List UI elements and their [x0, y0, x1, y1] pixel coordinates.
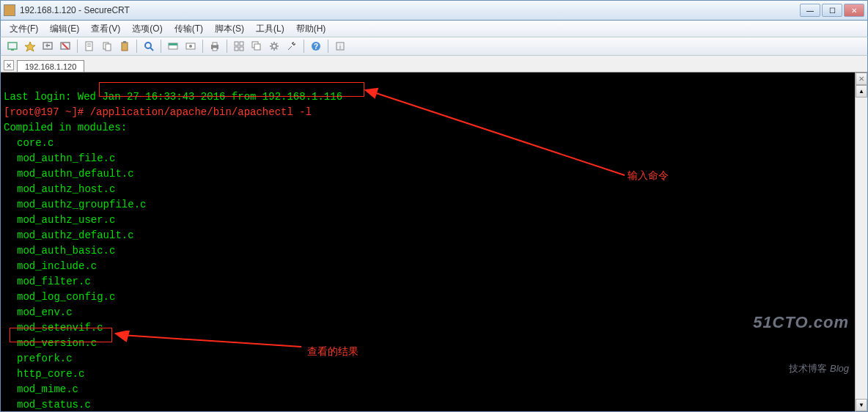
terminal-container: Last login: Wed Jan 27 16:33:43 2016 fro…: [0, 72, 868, 412]
svg-marker-33: [366, 89, 378, 98]
module-line: mod_authz_default.c: [4, 228, 852, 243]
terminal-login-line: Last login: Wed Jan 27 16:33:43 2016 fro…: [4, 91, 342, 103]
about-icon[interactable]: i: [333, 39, 347, 54]
module-line: mod_authz_host.c: [4, 182, 852, 197]
menu-edit[interactable]: 编辑(E): [45, 21, 84, 37]
scrollbar[interactable]: ✕ ▲ ▼: [855, 73, 867, 411]
disconnect-icon[interactable]: [58, 39, 73, 54]
close-button[interactable]: ✕: [844, 4, 864, 17]
copy-icon[interactable]: [100, 39, 114, 54]
terminal-compiled-header: Compiled in modules:: [4, 122, 127, 133]
panel-close-icon[interactable]: ✕: [856, 73, 867, 85]
cascade-icon[interactable]: [249, 39, 264, 54]
new-session-icon[interactable]: [82, 39, 97, 54]
svg-point-17: [189, 45, 192, 48]
svg-rect-10: [122, 43, 128, 51]
svg-rect-26: [254, 44, 260, 50]
svg-line-4: [62, 43, 68, 49]
svg-text:i: i: [339, 43, 341, 51]
menu-file[interactable]: 文件(F): [5, 21, 43, 37]
module-line: mod_auth_basic.c: [4, 243, 852, 259]
quick-connect-icon[interactable]: [23, 39, 37, 54]
module-line: mod_authn_file.c: [4, 151, 852, 166]
print-icon[interactable]: [207, 39, 222, 54]
svg-rect-11: [123, 41, 126, 43]
module-line: mod_authn_default.c: [4, 166, 852, 182]
settings-icon[interactable]: [267, 39, 282, 54]
menu-options[interactable]: 选项(O): [128, 21, 166, 37]
svg-rect-19: [213, 43, 217, 45]
menu-help[interactable]: 帮助(H): [292, 21, 331, 37]
svg-point-12: [145, 43, 151, 48]
svg-line-13: [150, 48, 153, 51]
module-line: mod_include.c: [4, 259, 852, 274]
svg-rect-21: [235, 42, 238, 45]
module-line: mod_version.c: [4, 336, 852, 351]
app-icon: [4, 4, 15, 16]
module-line: core.c: [4, 136, 852, 151]
menu-script[interactable]: 脚本(S): [210, 21, 249, 37]
tabbar: ✕ 192.168.1.120: [0, 56, 868, 72]
module-line: mod_status.c: [4, 397, 852, 411]
svg-rect-1: [11, 49, 14, 51]
svg-rect-20: [213, 48, 217, 51]
svg-rect-9: [106, 44, 111, 51]
reconnect-icon[interactable]: [40, 39, 55, 54]
connect-icon[interactable]: [5, 39, 20, 54]
scroll-track[interactable]: [856, 98, 867, 399]
tab-session[interactable]: 192.168.1.120: [17, 60, 84, 73]
svg-rect-0: [8, 43, 17, 49]
module-line: http_core.c: [4, 367, 852, 382]
svg-rect-23: [235, 47, 238, 51]
svg-point-27: [272, 44, 276, 48]
scroll-down-icon[interactable]: ▼: [856, 399, 867, 411]
tab-close-icon[interactable]: ✕: [4, 60, 14, 70]
menubar: 文件(F) 编辑(E) 查看(V) 选项(O) 传输(T) 脚本(S) 工具(L…: [0, 21, 868, 37]
menu-tools[interactable]: 工具(L): [251, 21, 289, 37]
window-titlebar: 192.168.1.120 - SecureCRT — ☐ ✕: [0, 0, 868, 21]
scroll-up-icon[interactable]: ▲: [856, 85, 867, 98]
tools-icon[interactable]: [284, 39, 299, 54]
svg-rect-24: [240, 47, 243, 51]
menu-view[interactable]: 查看(V): [87, 21, 125, 37]
terminal-prompt: [root@197 ~]#: [4, 106, 90, 118]
terminal-command: /application/apache/bin/apachectl -l: [90, 106, 312, 118]
module-line: mod_log_config.c: [4, 290, 852, 305]
terminal[interactable]: Last login: Wed Jan 27 16:33:43 2016 fro…: [1, 73, 855, 411]
maximize-button[interactable]: ☐: [822, 4, 842, 17]
module-line: mod_authz_user.c: [4, 213, 852, 228]
module-line: prefork.c: [4, 351, 852, 367]
toolbar: ? i: [0, 37, 868, 56]
svg-text:?: ?: [314, 43, 318, 51]
module-line: mod_env.c: [4, 305, 852, 320]
session-options-icon[interactable]: [166, 39, 180, 54]
menu-transfer[interactable]: 传输(T): [170, 21, 207, 37]
window-buttons: — ☐ ✕: [800, 4, 864, 17]
help-icon[interactable]: ?: [309, 39, 323, 54]
module-line: mod_mime.c: [4, 382, 852, 397]
global-options-icon[interactable]: [183, 39, 198, 54]
svg-rect-15: [169, 43, 177, 45]
tile-icon[interactable]: [232, 39, 246, 54]
window-title: 192.168.1.120 - SecureCRT: [20, 5, 800, 15]
find-icon[interactable]: [141, 39, 156, 54]
module-line: mod_setenvif.c: [4, 320, 852, 336]
module-line: mod_authz_groupfile.c: [4, 197, 852, 213]
module-line: mod_filter.c: [4, 274, 852, 290]
minimize-button[interactable]: —: [800, 4, 820, 17]
paste-icon[interactable]: [117, 39, 132, 54]
svg-rect-22: [240, 42, 243, 45]
